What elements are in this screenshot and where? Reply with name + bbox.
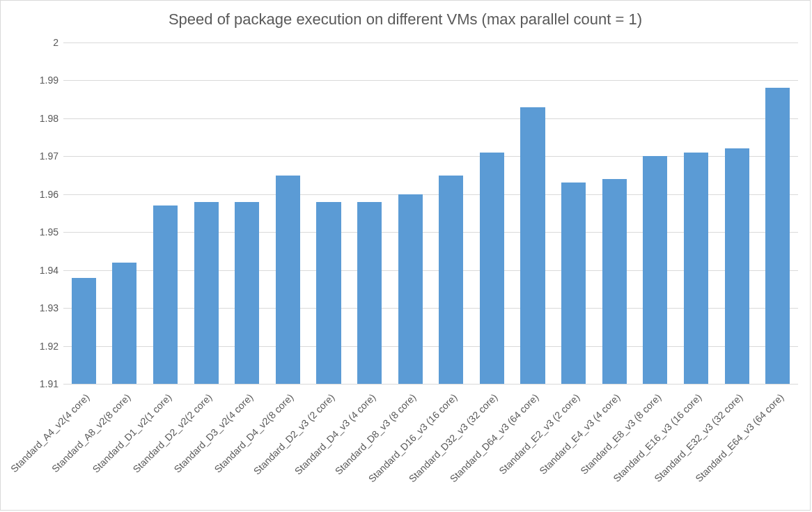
- bar: [480, 153, 504, 384]
- y-tick-label: 1.98: [25, 113, 58, 124]
- bar: [643, 156, 667, 384]
- bar: [684, 153, 708, 384]
- chart-title: Speed of package execution on different …: [1, 10, 810, 29]
- bar: [316, 202, 341, 384]
- bar: [561, 183, 586, 384]
- bar: [153, 205, 178, 384]
- bar: [235, 202, 259, 384]
- x-axis-labels: Standard_A4_v2(4 core)Standard_A8_v2(8 c…: [63, 387, 798, 506]
- bar: [112, 263, 136, 384]
- chart-container: Speed of package execution on different …: [0, 0, 811, 511]
- plot-area: 1.911.921.931.941.951.961.971.981.992: [63, 42, 798, 384]
- bar: [439, 176, 463, 384]
- bar: [398, 194, 423, 384]
- y-tick-label: 1.93: [25, 302, 58, 313]
- y-tick-label: 1.91: [25, 378, 58, 389]
- y-tick-label: 1.92: [25, 341, 58, 352]
- y-tick-label: 1.95: [25, 226, 58, 238]
- bar: [765, 88, 790, 384]
- bar: [725, 148, 749, 384]
- gridline: [63, 384, 798, 385]
- y-tick-label: 1.97: [25, 150, 58, 162]
- y-tick-label: 1.94: [25, 265, 58, 276]
- bar: [72, 278, 96, 384]
- bar: [520, 107, 545, 384]
- bar: [602, 179, 627, 384]
- bar: [276, 176, 300, 384]
- bar: [357, 202, 382, 384]
- y-tick-label: 1.99: [25, 75, 58, 86]
- y-tick-label: 1.96: [25, 189, 58, 200]
- bar: [194, 202, 219, 384]
- y-tick-label: 2: [25, 37, 58, 48]
- bars-group: [63, 42, 798, 384]
